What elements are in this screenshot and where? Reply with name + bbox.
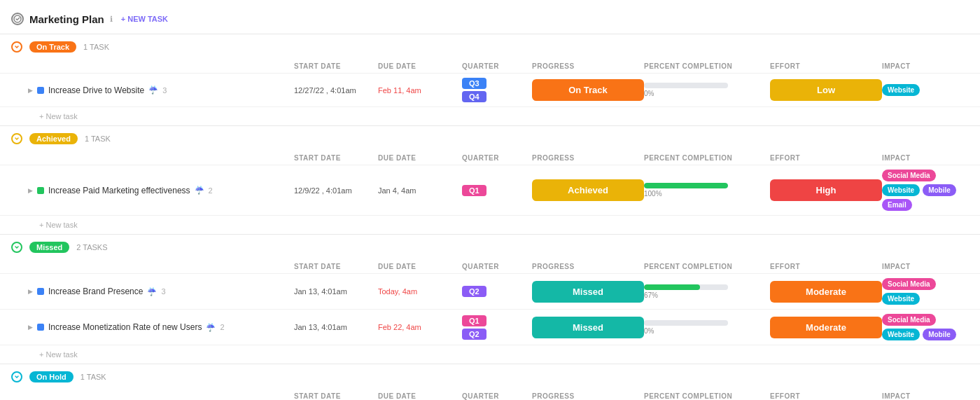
section-task-count-ontrack: 1 TASK — [83, 43, 109, 51]
table-row: ▶Increase Drive to Website☔312/27/22 , 4… — [0, 73, 980, 106]
progress-bar-wrap — [644, 83, 728, 88]
section-badge-ontrack: On Track — [29, 41, 76, 53]
col-header-onhold-4: PERCENT COMPLETION — [644, 392, 770, 400]
col-header-ontrack-6: IMPACT — [882, 62, 969, 70]
effort-badge: Moderate — [770, 281, 882, 303]
section-toggle-onhold[interactable] — [11, 371, 22, 382]
task-impact-cell: Social MediaWebsiteMobile — [882, 314, 969, 340]
task-effort-cell: Low — [770, 79, 882, 101]
section-task-count-missed: 2 TASKS — [76, 243, 107, 251]
impact-tag: Website — [882, 84, 920, 96]
section-achieved: Achieved1 TASKSTART DATEDUE DATEQUARTERP… — [0, 125, 980, 234]
col-header-missed-2: QUARTER — [462, 263, 532, 270]
impact-tag: Website — [882, 184, 920, 196]
task-due-date: Today, 4am — [378, 287, 462, 296]
task-expand-icon[interactable]: ▶ — [28, 288, 33, 295]
info-icon[interactable]: ℹ — [110, 15, 113, 24]
impact-tag: Mobile — [923, 184, 956, 196]
task-name-cell: ▶Increase Paid Marketing effectiveness☔2 — [28, 186, 294, 195]
task-start-date: 12/27/22 , 4:01am — [294, 86, 378, 95]
task-start-date: Jan 13, 4:01am — [294, 287, 378, 296]
page-wrapper: Marketing Plan ℹ + NEW TASK On Track1 TA… — [0, 0, 980, 400]
subtask-icon: ☔ — [206, 323, 216, 332]
col-header-missed-5: EFFORT — [770, 263, 882, 270]
table-row: ▶Increase Brand Presence☔3Jan 13, 4:01am… — [0, 273, 980, 309]
task-start-date: Jan 13, 4:01am — [294, 323, 378, 331]
new-task-link[interactable]: + New task — [39, 221, 78, 229]
section-badge-missed: Missed — [29, 242, 69, 253]
percent-text: 100% — [644, 190, 770, 198]
new-task-row: + New task — [0, 215, 980, 234]
task-quarter-cell: Q1 — [462, 185, 532, 196]
col-header-ontrack-5: EFFORT — [770, 62, 882, 70]
progress-bar-wrap — [644, 284, 728, 290]
progress-bar-wrap — [644, 320, 728, 326]
task-quarter-cell: Q2 — [462, 286, 532, 297]
col-header-achieved-0: START DATE — [294, 154, 378, 162]
col-header-onhold-3: PROGRESS — [532, 392, 644, 400]
progress-bar-fill — [644, 284, 700, 290]
task-color-dot — [37, 324, 44, 331]
task-impact-cell: Website — [882, 84, 969, 96]
progress-badge: Achieved — [532, 179, 644, 201]
task-effort-cell: Moderate — [770, 281, 882, 303]
task-expand-icon[interactable]: ▶ — [28, 87, 33, 94]
percent-text: 0% — [644, 327, 770, 335]
impact-tag: Website — [882, 293, 920, 305]
task-impact-cell: Social MediaWebsiteMobileEmail — [882, 170, 969, 211]
percent-text: 0% — [644, 90, 770, 97]
subtask-icon: ☔ — [148, 85, 158, 95]
quarter-badge: Q1 — [462, 185, 486, 196]
subtask-icon: ☔ — [147, 287, 157, 296]
subtask-count: 2 — [209, 186, 213, 195]
task-progress-cell: On Track — [532, 79, 644, 101]
new-task-button[interactable]: + NEW TASK — [118, 13, 171, 25]
task-due-date: Jan 4, 4am — [378, 186, 462, 195]
section-onhold: On Hold1 TASKSTART DATEDUE DATEQUARTERPR… — [0, 364, 980, 400]
col-header-missed-0: START DATE — [294, 263, 378, 270]
impact-tag: Social Media — [882, 170, 936, 181]
new-task-row: + New task — [0, 106, 980, 125]
impact-tag: Social Media — [882, 314, 936, 326]
col-header-ontrack-0: START DATE — [294, 62, 378, 70]
task-color-dot — [37, 87, 44, 94]
col-header-onhold-6: IMPACT — [882, 392, 969, 400]
task-expand-icon[interactable]: ▶ — [28, 187, 33, 194]
new-task-link[interactable]: + New task — [39, 112, 78, 120]
col-header-missed-1: DUE DATE — [378, 263, 462, 270]
task-name-cell: ▶Increase Brand Presence☔3 — [28, 287, 294, 296]
col-headers-ontrack: START DATEDUE DATEQUARTERPROGRESSPERCENT… — [0, 60, 980, 73]
plan-icon — [11, 13, 24, 25]
section-task-count-achieved: 1 TASK — [85, 135, 111, 143]
section-header-ontrack: On Track1 TASK — [0, 34, 980, 60]
task-color-dot — [37, 187, 44, 194]
task-effort-cell: Moderate — [770, 317, 882, 338]
col-header-onhold-0: START DATE — [294, 392, 378, 400]
task-effort-cell: High — [770, 179, 882, 201]
percent-completion-cell: 100% — [644, 183, 770, 198]
section-toggle-achieved[interactable] — [11, 133, 22, 144]
task-expand-icon[interactable]: ▶ — [28, 324, 33, 331]
col-header-missed-4: PERCENT COMPLETION — [644, 263, 770, 270]
task-progress-cell: Missed — [532, 281, 644, 303]
new-task-link[interactable]: + New task — [39, 350, 78, 359]
progress-bar-wrap — [644, 183, 728, 188]
quarter-badge: Q3 — [462, 78, 486, 89]
subtask-icon: ☔ — [195, 186, 204, 195]
progress-badge: Missed — [532, 317, 644, 338]
section-header-onhold: On Hold1 TASK — [0, 364, 980, 389]
section-ontrack: On Track1 TASKSTART DATEDUE DATEQUARTERP… — [0, 34, 980, 125]
col-header-missed-6: IMPACT — [882, 263, 969, 270]
subtask-count: 3 — [162, 86, 167, 95]
percent-completion-cell: 0% — [644, 320, 770, 335]
task-due-date: Feb 11, 4am — [378, 86, 462, 95]
task-impact-cell: Social MediaWebsite — [882, 278, 969, 305]
table-row: ▶Increase Paid Marketing effectiveness☔2… — [0, 165, 980, 215]
section-badge-achieved: Achieved — [29, 133, 78, 144]
col-header-missed-3: PROGRESS — [532, 263, 644, 270]
section-toggle-missed[interactable] — [11, 242, 22, 253]
section-task-count-onhold: 1 TASK — [80, 373, 106, 381]
section-toggle-ontrack[interactable] — [11, 41, 22, 53]
percent-completion-cell: 67% — [644, 284, 770, 299]
section-header-achieved: Achieved1 TASK — [0, 126, 980, 151]
